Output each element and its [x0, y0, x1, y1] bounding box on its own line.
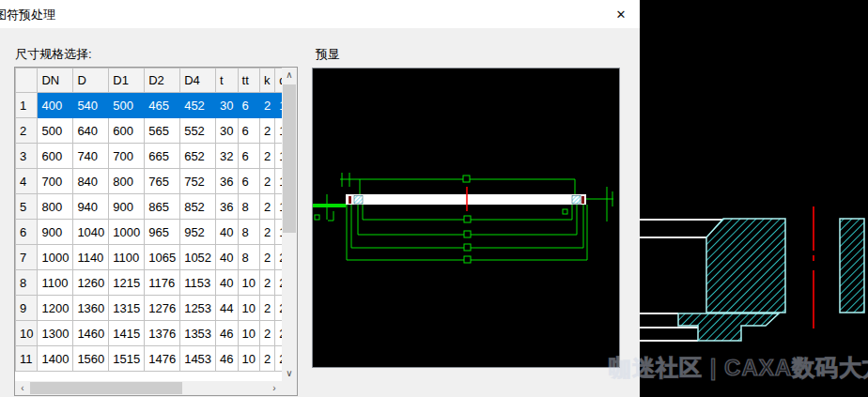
column-header-d1[interactable]: D1: [109, 69, 145, 93]
spec-cell[interactable]: 1300: [38, 321, 73, 346]
spec-cell[interactable]: 900: [38, 220, 73, 245]
spec-cell[interactable]: 1400: [38, 346, 73, 372]
spec-cell[interactable]: 500: [109, 93, 145, 118]
spec-cell[interactable]: 1560: [73, 346, 109, 372]
spec-cell[interactable]: 865: [145, 194, 180, 220]
spec-cell[interactable]: 565: [145, 118, 180, 144]
row-header-corner[interactable]: [16, 69, 38, 93]
spec-cell[interactable]: 2: [275, 270, 282, 296]
column-header-d4[interactable]: D4: [180, 69, 216, 93]
spec-cell[interactable]: 6: [238, 169, 259, 194]
table-row[interactable]: 71000114011001065105240822: [16, 245, 283, 270]
horizontal-scrollbar-thumb[interactable]: [30, 382, 182, 394]
spec-cell[interactable]: 10: [238, 346, 259, 372]
spec-cell[interactable]: 1253: [180, 296, 216, 321]
horizontal-scrollbar[interactable]: ‹ ›: [15, 381, 282, 395]
dialog-titlebar[interactable]: 图符预处理 ✕: [0, 0, 640, 28]
spec-cell[interactable]: 10: [238, 321, 259, 346]
table-row[interactable]: 470084080076575236621: [16, 169, 283, 194]
row-number[interactable]: 4: [16, 169, 38, 194]
spec-cell[interactable]: 1260: [73, 270, 109, 296]
spec-cell[interactable]: 400: [38, 93, 73, 118]
table-row[interactable]: 1114001560151514761453461022: [16, 346, 283, 372]
spec-cell[interactable]: 852: [180, 194, 216, 220]
table-row[interactable]: 912001360131512761253441022: [16, 296, 283, 321]
spec-cell[interactable]: 700: [38, 169, 73, 194]
spec-cell[interactable]: 1200: [38, 296, 73, 321]
column-header-k[interactable]: k: [260, 69, 275, 93]
spec-cell[interactable]: 1065: [145, 245, 180, 270]
spec-cell[interactable]: 965: [145, 220, 180, 245]
spec-cell[interactable]: 1100: [109, 245, 145, 270]
column-header-d[interactable]: d: [275, 69, 282, 93]
spec-cell[interactable]: 952: [180, 220, 216, 245]
table-row[interactable]: 811001260121511761153401022: [16, 270, 283, 296]
spec-cell[interactable]: 600: [109, 118, 145, 144]
vertical-scrollbar[interactable]: ∧ ∨: [282, 68, 297, 381]
spec-cell[interactable]: 30: [216, 93, 238, 118]
column-header-tt[interactable]: tt: [238, 69, 259, 93]
spec-cell[interactable]: 36: [216, 169, 238, 194]
spec-cell[interactable]: 500: [38, 118, 73, 144]
column-header-dn[interactable]: DN: [38, 69, 73, 93]
column-header-t[interactable]: t: [216, 69, 238, 93]
row-number[interactable]: 5: [16, 194, 38, 220]
spec-cell[interactable]: 1052: [180, 245, 216, 270]
spec-cell[interactable]: 1353: [180, 321, 216, 346]
spec-cell[interactable]: 665: [145, 144, 180, 169]
spec-cell[interactable]: 2: [260, 270, 275, 296]
spec-cell[interactable]: 32: [216, 144, 238, 169]
row-number[interactable]: 7: [16, 245, 38, 270]
spec-cell[interactable]: 800: [38, 194, 73, 220]
row-number[interactable]: 2: [16, 118, 38, 144]
spec-cell[interactable]: 1415: [109, 321, 145, 346]
spec-cell[interactable]: 2: [275, 245, 282, 270]
spec-cell[interactable]: 2: [260, 220, 275, 245]
spec-cell[interactable]: 1476: [145, 346, 180, 372]
spec-cell[interactable]: 2: [260, 169, 275, 194]
scroll-up-icon[interactable]: ∧: [282, 68, 297, 83]
spec-cell[interactable]: 10: [238, 270, 259, 296]
column-header-d2[interactable]: D2: [145, 69, 180, 93]
spec-cell[interactable]: 40: [216, 270, 238, 296]
spec-cell[interactable]: 1000: [109, 220, 145, 245]
spec-cell[interactable]: 1: [275, 93, 282, 118]
spec-cell[interactable]: 1000: [38, 245, 73, 270]
spec-cell[interactable]: 36: [216, 194, 238, 220]
spec-cell[interactable]: 2: [260, 321, 275, 346]
spec-cell[interactable]: 700: [109, 144, 145, 169]
spec-cell[interactable]: 640: [73, 118, 109, 144]
row-number[interactable]: 6: [16, 220, 38, 245]
spec-cell[interactable]: 1: [275, 194, 282, 220]
spec-cell[interactable]: 2: [260, 346, 275, 372]
scroll-right-icon[interactable]: ›: [267, 381, 282, 395]
spec-cell[interactable]: 1: [275, 144, 282, 169]
row-number[interactable]: 9: [16, 296, 38, 321]
spec-cell[interactable]: 2: [275, 321, 282, 346]
spec-cell[interactable]: 2: [260, 93, 275, 118]
spec-cell[interactable]: 44: [216, 296, 238, 321]
spec-cell[interactable]: 1376: [145, 321, 180, 346]
spec-cell[interactable]: 2: [275, 296, 282, 321]
table-row[interactable]: 140054050046545230621: [16, 93, 283, 118]
spec-cell[interactable]: 2: [260, 118, 275, 144]
spec-cell[interactable]: 1460: [73, 321, 109, 346]
table-row[interactable]: 1013001460141513761353461022: [16, 321, 283, 346]
row-number[interactable]: 1: [16, 93, 38, 118]
scroll-down-icon[interactable]: ∨: [282, 366, 297, 381]
row-number[interactable]: 10: [16, 321, 38, 346]
spec-cell[interactable]: 540: [73, 93, 109, 118]
spec-cell[interactable]: 6: [238, 93, 259, 118]
spec-cell[interactable]: 940: [73, 194, 109, 220]
spec-cell[interactable]: 900: [109, 194, 145, 220]
spec-cell[interactable]: 1153: [180, 270, 216, 296]
row-number[interactable]: 11: [16, 346, 38, 372]
spec-cell[interactable]: 40: [216, 220, 238, 245]
spec-cell[interactable]: 600: [38, 144, 73, 169]
spec-cell[interactable]: 1140: [73, 245, 109, 270]
spec-cell[interactable]: 8: [238, 220, 259, 245]
spec-cell[interactable]: 1215: [109, 270, 145, 296]
scroll-left-icon[interactable]: ‹: [15, 381, 30, 395]
close-button[interactable]: ✕: [605, 0, 637, 28]
spec-cell[interactable]: 2: [275, 346, 282, 372]
